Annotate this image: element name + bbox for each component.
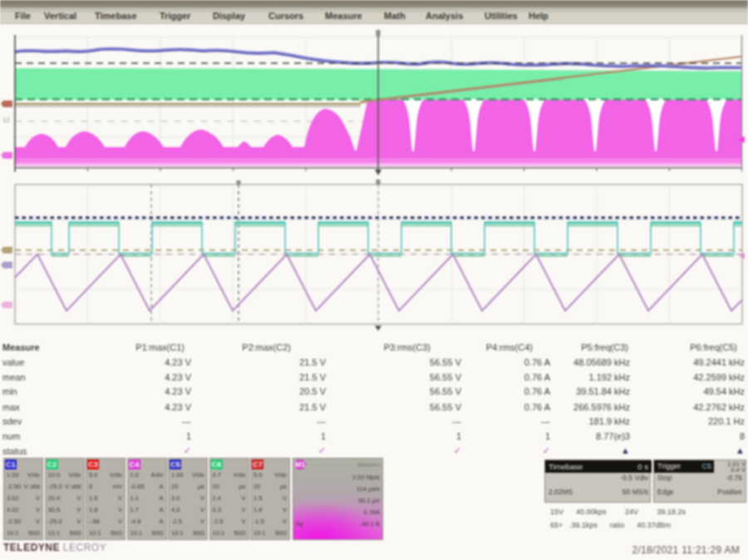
svg-text:12: 12	[2, 116, 10, 124]
